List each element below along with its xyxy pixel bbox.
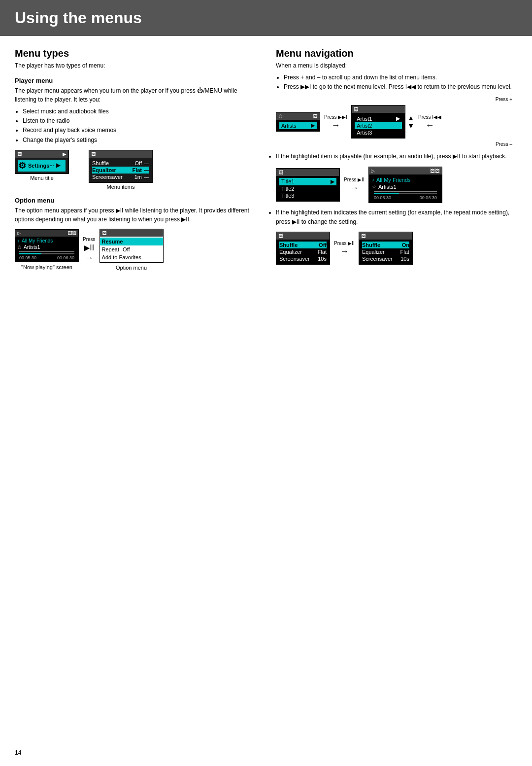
progress-fill [19, 253, 41, 254]
menu-nav-heading: Menu navigation [276, 48, 517, 59]
menu-items-container: 🖾 Shuffle Off — Equalizer Flat — [89, 150, 153, 190]
pb-time2: 00:06:30 [420, 195, 437, 200]
artists-screen-container: ☆ 🖾 Artists ▶ [276, 112, 320, 132]
now-playing-label: "Now playing" screen [15, 264, 79, 270]
pb-time1: 00:05:30 [374, 195, 391, 200]
artists-body: Artists ▶ [276, 120, 320, 131]
now-playing-header: ▷ 🖾🖾 [15, 230, 78, 237]
playback-screen-container: ▷ 🖾🖾 ♪ All My Friends ☆ Artists1 [368, 167, 442, 203]
page-number: 14 [15, 749, 21, 756]
time-end: 00:06:30 [57, 255, 74, 260]
press-plus-label: Press + [276, 97, 517, 102]
play-arrow-icon: ▶II [84, 243, 94, 252]
title3-row: Title3 [279, 192, 336, 199]
pb-row2: ☆ Artists1 [372, 183, 439, 190]
header-icon3: 🖾 [102, 230, 107, 236]
settings-screen: 🖾 ▶ ⚙ Settings ··· ▶ [15, 150, 69, 174]
bullet4-list: If the highlighted item indicates the cu… [276, 208, 517, 227]
artists-row: Artists ▶ [279, 122, 317, 129]
artist-list-screen-wrap: 🖾 Artist1 ▶ Artist2 [351, 105, 405, 139]
main-content: Menu types The player has two types of m… [0, 48, 532, 276]
pb-note-icon: ♪ [372, 177, 374, 182]
pb-star-icon: ☆ [372, 184, 376, 189]
sa-shuffle-row: Shuffle On [362, 242, 409, 248]
menu-items-screen: 🖾 Shuffle Off — Equalizer Flat — [89, 150, 153, 183]
artist-list-screen: 🖾 Artist1 ▶ Artist2 [351, 105, 405, 139]
press-play-area: Press ▶II → [344, 177, 365, 192]
np-title1: All My Friends [22, 238, 53, 244]
playback-diagram: 🖾 Title1 ▶ Title2 Title3 [276, 167, 517, 203]
pb-title2: Artists1 [378, 184, 397, 190]
pb-fill [374, 193, 399, 194]
settings-row: ⚙ Settings ··· ▶ [18, 160, 66, 172]
screensaver-row: Screensaver 1m — [92, 174, 149, 180]
settings-arrow: ▶ [56, 162, 60, 169]
sb-ss-row: Screensaver 10s [279, 255, 327, 262]
option-menu-container: 🖾 Resume Repeat Off Add to Favorites Opt… [100, 229, 164, 271]
scroll-indicator: ▲ ▼ [407, 114, 414, 130]
play-icon: ▷ [17, 231, 21, 236]
star-icon: ☆ [17, 244, 22, 250]
pb-divider [374, 191, 437, 192]
bullet3-list: If the highlighted item is playable (for… [276, 152, 517, 161]
sa-ss-row: Screensaver 10s [362, 255, 409, 262]
press-text: Press [83, 237, 96, 242]
right-column: Menu navigation When a menu is displayed… [276, 48, 517, 276]
progress-bar [19, 253, 74, 254]
shuffle-row: Shuffle Off — [92, 160, 149, 167]
settings-screen-header: 🖾 ▶ [15, 150, 68, 158]
nav-bullets: Press + and – to scroll up and down the … [284, 73, 517, 92]
list-item: Change the player's settings [23, 136, 256, 145]
time-bar: 00:05:30 00:06:30 [17, 255, 76, 261]
repeat-row: Repeat Off [100, 245, 163, 253]
scroll-up-icon: ▲ [407, 114, 414, 122]
right-arrow2: → [332, 121, 340, 130]
np-title2: Artists1 [24, 244, 40, 250]
tl-header-icon: 🖾 [278, 170, 283, 175]
pb-icons: 🖾🖾 [430, 168, 440, 174]
now-playing-container: ▷ 🖾🖾 ♪ All My Friends ☆ Artists1 [15, 229, 79, 270]
time-start: 00:05:30 [19, 255, 36, 260]
page-header: Using the menus [0, 0, 532, 36]
nav-diagram-top: Press + ☆ 🖾 Artists ▶ [276, 97, 517, 147]
sa-eq-row: Equalizer Flat [362, 248, 409, 255]
left-arrow: ← [426, 121, 434, 130]
menu-items-label: Menu items [89, 184, 153, 190]
header-icon2: 🖾 [91, 151, 96, 157]
playback-screen: ▷ 🖾🖾 ♪ All My Friends ☆ Artists1 [368, 167, 442, 203]
title-list-body: Title1 ▶ Title2 Title3 [276, 176, 339, 201]
sb-eq-row: Equalizer Flat [279, 248, 327, 255]
sb-shuffle-row: Shuffle Off [279, 242, 327, 248]
settings-screen-body: ⚙ Settings ··· ▶ [15, 158, 68, 174]
title1-row: Title1 ▶ [279, 178, 336, 185]
player-menu-desc: The player menu appears when you turn on… [15, 86, 256, 104]
header-icon: 🖾 [17, 151, 22, 157]
pb-title1: All My Friends [376, 177, 411, 183]
list-item: Select music and audiobook files [23, 107, 256, 116]
shuffle-before-screen: 🖾 Shuffle Off Equalizer Flat Screensaver [276, 232, 330, 265]
pb-play-icon: ▷ [371, 168, 375, 174]
now-playing-screen: ▷ 🖾🖾 ♪ All My Friends ☆ Artists1 [15, 229, 79, 262]
page-title: Using the menus [15, 9, 517, 27]
press-minus-label: Press – [276, 141, 517, 147]
sa-header-icon: 🖾 [361, 233, 366, 239]
press-rew-label: Press I◀◀ [418, 114, 441, 120]
option-menu-body: Resume Repeat Off Add to Favorites [100, 237, 163, 262]
menu-types-subtitle: The player has two types of menu: [15, 61, 256, 70]
list-item: Record and play back voice memos [23, 126, 256, 135]
option-menu-heading: Option menu [15, 197, 256, 204]
playback-header: ▷ 🖾🖾 [369, 167, 442, 174]
bullet4: If the highlighted item indicates the cu… [276, 208, 517, 227]
settings-screen-container: 🖾 ▶ ⚙ Settings ··· ▶ Menu title [15, 150, 69, 181]
shuffle-after-screen: 🖾 Shuffle On Equalizer Flat Screensaver [359, 232, 413, 265]
press-area: Press ▶II → [83, 237, 96, 262]
artist1-row: Artist1 ▶ [355, 115, 402, 122]
settings-label: Settings [28, 163, 49, 169]
now-playing-body: ♪ All My Friends ☆ Artists1 00:05:30 [15, 237, 78, 262]
star-nav-icon: ☆ [278, 113, 283, 119]
artists-header-icon: 🖾 [313, 113, 318, 119]
bullet2: Press ▶▶I to go to the next menu level. … [284, 82, 517, 92]
shuffle-before-header: 🖾 [276, 232, 330, 240]
press-ff-label: Press ▶▶I [324, 114, 347, 120]
option-diagram: ▷ 🖾🖾 ♪ All My Friends ☆ Artists1 [15, 229, 256, 271]
